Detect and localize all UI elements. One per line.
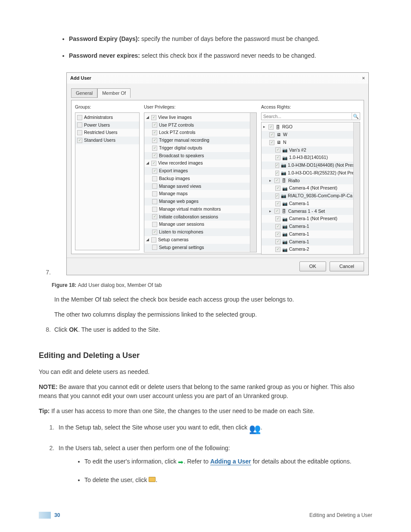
list-item[interactable]: 📷Camera-4 (Not Present): [262, 184, 353, 192]
checkbox[interactable]: [151, 237, 156, 243]
list-item[interactable]: 📷Camera-1: [262, 200, 353, 208]
cancel-button[interactable]: Cancel: [330, 261, 364, 271]
list-item[interactable]: Trigger manual recording: [144, 137, 250, 144]
checkbox[interactable]: [275, 171, 279, 176]
checkbox[interactable]: [275, 247, 280, 252]
checkbox[interactable]: [274, 178, 280, 183]
list-item[interactable]: Power Users: [75, 121, 139, 129]
checkbox[interactable]: [152, 199, 157, 204]
checkbox[interactable]: [77, 138, 82, 143]
list-item[interactable]: Export images: [144, 167, 250, 175]
list-item-label: Manage user sessions: [159, 221, 204, 228]
checkbox[interactable]: [275, 147, 280, 152]
checkbox[interactable]: [152, 230, 157, 235]
list-item[interactable]: Broadcast to speakers: [144, 152, 250, 160]
checkbox[interactable]: [152, 138, 157, 143]
list-item[interactable]: 📷Van's #2: [262, 146, 353, 154]
list-item[interactable]: 📷Camera-1: [262, 223, 353, 230]
list-item[interactable]: Trigger digital outputs: [144, 144, 250, 152]
access-list[interactable]: 🗄RGO🖥W🖥N📷Van's #2📷1.0-H3-B2(140161)📷1.0-…: [262, 122, 353, 254]
chevron-icon[interactable]: [146, 237, 149, 243]
checkbox[interactable]: [152, 146, 157, 151]
list-item[interactable]: Setup general settings: [144, 244, 250, 252]
checkbox[interactable]: [275, 224, 280, 229]
adding-a-user-link[interactable]: Adding a User: [210, 458, 251, 465]
tab-general[interactable]: General: [71, 88, 97, 98]
list-item[interactable]: 📷1.0-H3-B2(140161): [262, 154, 353, 162]
checkbox[interactable]: [275, 155, 280, 160]
chevron-icon[interactable]: [269, 208, 273, 215]
list-item[interactable]: Manage maps: [144, 190, 250, 198]
checkbox[interactable]: [77, 130, 82, 135]
checkbox[interactable]: [77, 115, 82, 120]
scrollbar[interactable]: [250, 113, 256, 252]
list-item[interactable]: View recorded images: [144, 159, 250, 167]
list-item[interactable]: 📷Camera-1: [262, 230, 353, 238]
checkbox[interactable]: [151, 161, 156, 166]
checkbox[interactable]: [268, 124, 274, 130]
list-item[interactable]: 🗄Cameras 1 - 4 Set: [262, 208, 353, 215]
list-item[interactable]: Listen to microphones: [144, 228, 250, 236]
search-input[interactable]: [262, 113, 352, 120]
list-item[interactable]: 🖥N: [262, 139, 353, 146]
checkbox[interactable]: [77, 122, 82, 128]
list-item[interactable]: Initiate collaboration sessions: [144, 213, 250, 221]
checkbox[interactable]: [152, 184, 157, 189]
list-item[interactable]: Manage web pages: [144, 198, 250, 205]
privileges-list[interactable]: View live imagesUse PTZ controlsLock PTZ…: [144, 113, 250, 252]
checkbox[interactable]: [152, 176, 157, 181]
list-item[interactable]: 🗄RGO: [262, 123, 353, 131]
chevron-icon[interactable]: [146, 160, 149, 166]
list-item[interactable]: Manage user sessions: [144, 221, 250, 228]
checkbox[interactable]: [275, 232, 280, 237]
list-item[interactable]: 📷Camera-1: [262, 238, 353, 246]
chevron-icon[interactable]: [263, 124, 267, 130]
checkbox[interactable]: [152, 130, 157, 135]
checkbox[interactable]: [152, 122, 157, 128]
list-item[interactable]: Administrators: [75, 114, 139, 121]
list-item[interactable]: 📷Camera-1 (Not Present): [262, 215, 353, 223]
checkbox[interactable]: [269, 140, 274, 145]
checkbox[interactable]: [152, 168, 157, 174]
checkbox[interactable]: [152, 222, 157, 227]
groups-list[interactable]: AdministratorsPower UsersRestricted User…: [75, 112, 140, 250]
list-item[interactable]: Use PTZ controls: [144, 121, 250, 129]
chevron-icon[interactable]: [269, 178, 273, 184]
checkbox[interactable]: [152, 214, 157, 219]
checkbox[interactable]: [152, 245, 157, 250]
tab-member-of[interactable]: Member Of: [97, 88, 131, 98]
scrollbar[interactable]: [353, 122, 360, 254]
list-item[interactable]: 📷Camera-2: [262, 246, 353, 253]
add-user-dialog: Add User × General Member Of Groups: Adm…: [66, 72, 369, 275]
list-item[interactable]: 🗄Rialto: [262, 177, 353, 185]
checkbox[interactable]: [152, 207, 157, 212]
list-item[interactable]: Backup images: [144, 175, 250, 183]
checkbox[interactable]: [152, 153, 157, 158]
list-item[interactable]: 📷1.0-H3-DO1-IR(255232) (Not Pres: [262, 169, 353, 177]
checkbox[interactable]: [275, 201, 280, 206]
list-item[interactable]: Manage virtual matrix monitors: [144, 205, 250, 213]
checkbox[interactable]: [151, 115, 156, 120]
search-icon[interactable]: 🔍: [352, 113, 360, 120]
chevron-icon[interactable]: [146, 115, 149, 121]
checkbox[interactable]: [275, 216, 280, 221]
list-item[interactable]: 📷RIALTO_9036-ComComp-IP-Ca: [262, 192, 353, 200]
checkbox[interactable]: [275, 239, 280, 244]
close-icon[interactable]: ×: [362, 75, 365, 82]
list-item-label: Camera-1: [289, 200, 309, 207]
checkbox[interactable]: [275, 186, 280, 191]
list-item[interactable]: 📷1.0-H3M-DO1(484408) (Not Prese: [262, 162, 353, 169]
checkbox[interactable]: [152, 191, 157, 196]
list-item[interactable]: Lock PTZ controls: [144, 129, 250, 137]
list-item[interactable]: Setup cameras: [144, 236, 250, 244]
list-item[interactable]: 🖥W: [262, 131, 353, 139]
checkbox[interactable]: [274, 208, 280, 214]
checkbox[interactable]: [269, 132, 274, 137]
checkbox[interactable]: [275, 193, 279, 199]
list-item[interactable]: Standard Users: [75, 137, 139, 144]
list-item[interactable]: Restricted Users: [75, 129, 139, 137]
list-item[interactable]: View live images: [144, 114, 250, 121]
checkbox[interactable]: [275, 163, 279, 168]
ok-button[interactable]: OK: [299, 261, 326, 271]
list-item[interactable]: Manage saved views: [144, 183, 250, 190]
